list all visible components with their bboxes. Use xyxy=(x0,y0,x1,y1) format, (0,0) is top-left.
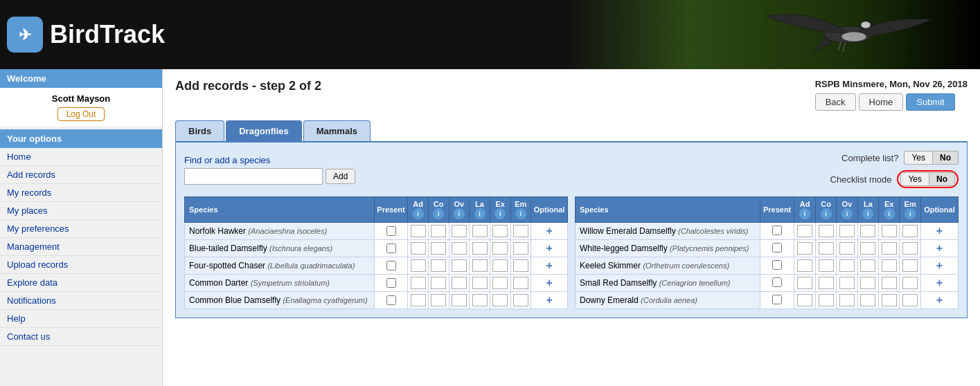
ex-input-left-0[interactable] xyxy=(492,225,508,237)
present-left-2[interactable] xyxy=(374,257,407,275)
optional-plus-left-3[interactable]: + xyxy=(546,277,552,288)
ov-right-0[interactable] xyxy=(837,223,857,240)
em-input-left-2[interactable] xyxy=(513,259,528,272)
optional-plus-right-3[interactable]: + xyxy=(936,277,943,288)
ex-input-left-1[interactable] xyxy=(492,242,508,255)
co-left-2[interactable] xyxy=(428,257,449,275)
complete-list-no-btn[interactable]: No xyxy=(933,151,959,165)
ov-left-3[interactable] xyxy=(449,275,470,292)
ad-input-right-3[interactable] xyxy=(797,277,812,289)
ad-left-1[interactable] xyxy=(408,240,429,257)
present-check-right-4[interactable] xyxy=(772,295,782,304)
submit-button[interactable]: Submit xyxy=(906,93,954,111)
sidebar-item-add-records[interactable]: Add records xyxy=(0,166,162,184)
sidebar-item-my-records[interactable]: My records xyxy=(0,184,162,202)
ex-input-left-4[interactable] xyxy=(492,294,508,306)
em-left-1[interactable] xyxy=(510,240,531,257)
present-left-4[interactable] xyxy=(374,292,407,309)
em-input-right-4[interactable] xyxy=(902,294,918,306)
ov-left-1[interactable] xyxy=(449,240,470,257)
co-left-4[interactable] xyxy=(428,292,449,309)
em-right-3[interactable] xyxy=(900,275,920,292)
sidebar-item-management[interactable]: Management xyxy=(0,238,162,256)
ov-input-right-4[interactable] xyxy=(839,294,855,306)
ex-info-icon-left[interactable]: i xyxy=(495,208,506,219)
em-right-1[interactable] xyxy=(900,240,920,257)
co-input-left-0[interactable] xyxy=(431,225,446,237)
la-input-left-2[interactable] xyxy=(472,259,488,272)
complete-list-yes-btn[interactable]: Yes xyxy=(904,151,933,165)
ex-input-right-3[interactable] xyxy=(882,277,897,289)
co-left-3[interactable] xyxy=(428,275,449,292)
present-right-2[interactable] xyxy=(760,257,794,275)
ad-input-left-1[interactable] xyxy=(411,242,426,255)
ex-info-icon-right[interactable]: i xyxy=(884,208,895,219)
em-input-left-1[interactable] xyxy=(513,242,528,255)
em-input-right-2[interactable] xyxy=(902,259,918,272)
ov-input-left-4[interactable] xyxy=(452,294,467,306)
optional-plus-left-0[interactable]: + xyxy=(546,225,552,237)
optional-left-2[interactable]: + xyxy=(531,257,568,275)
checklist-mode-no-btn[interactable]: No xyxy=(929,172,955,186)
ad-right-3[interactable] xyxy=(794,275,815,292)
ad-left-2[interactable] xyxy=(408,257,429,275)
optional-right-0[interactable]: + xyxy=(920,223,958,240)
ex-right-1[interactable] xyxy=(879,240,900,257)
tab-dragonflies[interactable]: Dragonflies xyxy=(226,120,302,141)
co-input-right-4[interactable] xyxy=(819,294,834,306)
sidebar-item-help[interactable]: Help xyxy=(0,310,162,328)
ad-input-left-4[interactable] xyxy=(411,294,426,306)
ad-input-left-2[interactable] xyxy=(411,259,426,272)
em-info-icon-right[interactable]: i xyxy=(905,208,916,219)
ad-input-right-1[interactable] xyxy=(797,242,812,255)
ov-input-left-3[interactable] xyxy=(452,277,467,289)
em-right-2[interactable] xyxy=(900,257,920,275)
checklist-mode-yes-btn[interactable]: Yes xyxy=(900,172,929,186)
optional-plus-left-1[interactable]: + xyxy=(546,242,552,254)
ov-right-3[interactable] xyxy=(837,275,857,292)
present-check-right-2[interactable] xyxy=(772,260,782,270)
em-right-0[interactable] xyxy=(900,223,920,240)
optional-left-0[interactable]: + xyxy=(531,223,568,240)
present-right-4[interactable] xyxy=(760,292,794,309)
ov-right-1[interactable] xyxy=(837,240,857,257)
optional-plus-left-4[interactable]: + xyxy=(546,294,552,306)
ov-input-right-2[interactable] xyxy=(839,259,855,272)
ad-right-1[interactable] xyxy=(794,240,815,257)
ex-input-left-3[interactable] xyxy=(492,277,508,289)
sidebar-item-notifications[interactable]: Notifications xyxy=(0,292,162,310)
tab-birds[interactable]: Birds xyxy=(175,120,224,141)
ex-left-1[interactable] xyxy=(490,240,510,257)
la-right-1[interactable] xyxy=(857,240,878,257)
la-right-0[interactable] xyxy=(857,223,878,240)
sidebar-item-contact-us[interactable]: Contact us xyxy=(0,328,162,346)
la-input-right-2[interactable] xyxy=(860,259,875,272)
optional-left-3[interactable]: + xyxy=(531,275,568,292)
ex-left-2[interactable] xyxy=(490,257,510,275)
ad-right-0[interactable] xyxy=(794,223,815,240)
em-input-left-0[interactable] xyxy=(513,225,528,237)
la-input-left-3[interactable] xyxy=(472,277,488,289)
optional-right-1[interactable]: + xyxy=(920,240,958,257)
la-input-right-4[interactable] xyxy=(860,294,875,306)
la-info-icon-left[interactable]: i xyxy=(474,208,485,219)
la-left-1[interactable] xyxy=(470,240,490,257)
optional-right-3[interactable]: + xyxy=(920,275,958,292)
optional-left-1[interactable]: + xyxy=(531,240,568,257)
la-input-left-1[interactable] xyxy=(472,242,488,255)
ov-left-0[interactable] xyxy=(449,223,470,240)
em-left-4[interactable] xyxy=(510,292,531,309)
sidebar-item-explore-data[interactable]: Explore data xyxy=(0,274,162,292)
ex-right-4[interactable] xyxy=(879,292,900,309)
home-button[interactable]: Home xyxy=(859,93,904,111)
optional-right-4[interactable]: + xyxy=(920,292,958,309)
em-input-right-3[interactable] xyxy=(902,277,918,289)
la-left-2[interactable] xyxy=(470,257,490,275)
co-info-icon-right[interactable]: i xyxy=(821,208,832,219)
ad-info-icon-left[interactable]: i xyxy=(413,208,424,219)
present-check-left-0[interactable] xyxy=(386,226,396,236)
la-input-right-1[interactable] xyxy=(860,242,875,255)
co-input-left-3[interactable] xyxy=(431,277,446,289)
ov-info-icon-left[interactable]: i xyxy=(454,208,465,219)
present-left-3[interactable] xyxy=(374,275,407,292)
